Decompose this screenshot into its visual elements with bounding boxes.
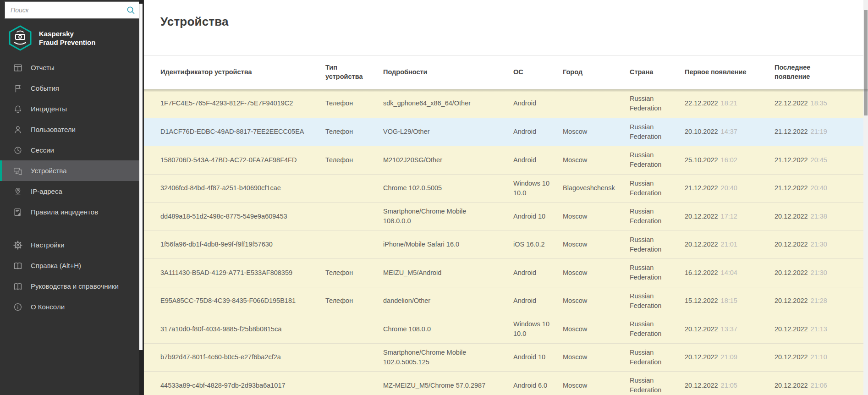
sidebar-item-incident-rules[interactable]: Правила инцидентов: [0, 202, 143, 222]
details-cell: MEIZU_M5/Android: [383, 268, 513, 278]
sidebar-item-reports[interactable]: Отчеты: [0, 57, 143, 78]
sessions-icon: [13, 145, 23, 155]
last-seen-cell: 21.12.202221:19: [775, 127, 864, 137]
details-cell: Smartphone/Chrome Mobile 108.0.0.0: [383, 207, 513, 226]
sidebar-item-events[interactable]: События: [0, 78, 143, 99]
city-cell: Moscow: [563, 127, 630, 137]
sidebar: Kaspersky Fraud Prevention Отчеты Событи…: [0, 0, 143, 395]
country-cell: Russian Federation: [630, 376, 685, 395]
about-icon: [13, 302, 23, 312]
device-id-cell: 3A111430-B5AD-4129-A771-E533AF808359: [160, 268, 325, 278]
table-row[interactable]: dd489a18-51d2-498c-8775-549e9a609453 Sma…: [144, 202, 864, 230]
sidebar-item-devices[interactable]: Устройства: [0, 160, 143, 181]
first-seen-cell: 25.10.202216:02: [685, 155, 775, 165]
app-window: Kaspersky Fraud Prevention Отчеты Событи…: [0, 0, 868, 395]
search-icon[interactable]: [126, 5, 136, 15]
city-cell: Moscow: [563, 240, 630, 249]
first-seen-cell: 20.12.202221:05: [685, 381, 775, 390]
device-id-cell: 1F7FC4E5-765F-4293-812F-75E7F94019C2: [160, 99, 325, 108]
sidebar-item-sessions[interactable]: Сессии: [0, 140, 143, 160]
sidebar-item-label: Справка (Alt+H): [31, 262, 81, 269]
sidebar-item-label: О Консоли: [31, 303, 65, 311]
sidebar-item-guides[interactable]: Руководства и справочники: [0, 276, 143, 296]
sidebar-scrollbar-track[interactable]: [139, 0, 143, 395]
os-cell: Android: [513, 155, 563, 165]
column-header: ОС: [513, 67, 563, 77]
sidebar-nav-main: Отчеты События Инциденты Пользователи Се…: [0, 57, 143, 222]
sidebar-item-about[interactable]: О Консоли: [0, 296, 143, 317]
table-header-row: Идентификатор устройстваТип устройстваПо…: [144, 55, 864, 88]
city-cell: Moscow: [563, 268, 630, 278]
content-scrollbar-track[interactable]: [863, 0, 868, 395]
table-row[interactable]: 1f56fa96-db1f-4db8-9e9f-f9ff19f57630 iPh…: [144, 230, 864, 259]
last-seen-cell: 20.12.202221:38: [775, 212, 864, 221]
last-seen-cell: 20.12.202221:28: [775, 296, 864, 306]
sidebar-item-label: IP-адреса: [31, 187, 62, 195]
country-cell: Russian Federation: [630, 207, 685, 226]
device-id-cell: 317a10d0-f80f-4034-9885-f25b8b0815ca: [160, 324, 325, 334]
column-header: Подробности: [383, 67, 513, 77]
device-id-cell: 32406fcd-84bd-4f87-a251-b40690cf1cae: [160, 183, 325, 193]
sidebar-item-label: Правила инцидентов: [31, 208, 98, 216]
title-band: Устройства: [144, 0, 868, 55]
content-scrollbar-thumb[interactable]: [864, 10, 868, 115]
table-row[interactable]: 1580706D-543A-47BD-AC72-0FA7AF98F4FD Тел…: [144, 146, 864, 174]
os-cell: Android 10: [513, 352, 563, 362]
city-cell: Blagoveshchensk: [563, 183, 630, 193]
table-row[interactable]: 1F7FC4E5-765F-4293-812F-75E7F94019C2 Тел…: [144, 89, 864, 118]
city-cell: Moscow: [563, 212, 630, 221]
table-row[interactable]: D1ACF76D-EDBC-49AD-8817-7EE2EECC05EA Тел…: [144, 118, 864, 146]
search-box: [5, 1, 140, 19]
devices-icon: [13, 166, 23, 176]
details-cell: Chrome 108.0.0: [383, 324, 513, 334]
column-header: Страна: [630, 67, 685, 77]
sidebar-scrollbar-thumb[interactable]: [139, 4, 143, 350]
os-cell: Android: [513, 268, 563, 278]
details-cell: Chrome 102.0.5005: [383, 183, 513, 193]
device-id-cell: 1580706D-543A-47BD-AC72-0FA7AF98F4FD: [160, 155, 325, 165]
last-seen-cell: 21.12.202220:45: [775, 155, 864, 165]
last-seen-cell: 20.12.202221:30: [775, 240, 864, 249]
sidebar-item-ip-addresses[interactable]: IP-адреса: [0, 181, 143, 202]
settings-icon: [13, 240, 23, 250]
first-seen-cell: 20.10.202214:37: [685, 127, 775, 137]
table-body: 1F7FC4E5-765F-4293-812F-75E7F94019C2 Тел…: [144, 89, 868, 395]
search-input[interactable]: [11, 6, 126, 14]
os-cell: Android: [513, 296, 563, 306]
first-seen-cell: 20.12.202217:12: [685, 212, 775, 221]
table-row[interactable]: b7b92d47-801f-4c60-b0c5-e27f6ba2cf2a Sma…: [144, 343, 864, 372]
table-row[interactable]: 3A111430-B5AD-4129-A771-E533AF808359 Тел…: [144, 258, 864, 287]
sidebar-item-settings[interactable]: Настройки: [0, 235, 143, 255]
brand-line1: Kaspersky: [39, 29, 95, 38]
os-cell: Android 6.0: [513, 381, 563, 390]
device-id-cell: b7b92d47-801f-4c60-b0c5-e27f6ba2cf2a: [160, 352, 325, 362]
brand-line2: Fraud Prevention: [39, 38, 95, 47]
users-icon: [13, 125, 23, 135]
sidebar-item-label: События: [31, 84, 59, 92]
table-row[interactable]: 32406fcd-84bd-4f87-a251-b40690cf1cae Chr…: [144, 174, 864, 203]
sidebar-item-label: Пользователи: [31, 126, 76, 133]
country-cell: Russian Federation: [630, 122, 685, 142]
os-cell: Android: [513, 99, 563, 108]
device-id-cell: 1f56fa96-db1f-4db8-9e9f-f9ff19f57630: [160, 240, 325, 249]
city-cell: Moscow: [563, 352, 630, 362]
table-row[interactable]: E95A85CC-75D8-4C39-8435-F066D195B181 Тел…: [144, 287, 864, 315]
first-seen-cell: 20.12.202213:37: [685, 324, 775, 334]
sidebar-item-help[interactable]: Справка (Alt+H): [0, 255, 143, 276]
table-row[interactable]: 317a10d0-f80f-4034-9885-f25b8b0815ca Chr…: [144, 315, 864, 343]
column-header: Город: [563, 67, 630, 77]
device-type-cell: Телефон: [325, 296, 383, 306]
brand-name: Kaspersky Fraud Prevention: [39, 29, 95, 47]
table-row[interactable]: 44533a89-c4bf-4828-97db-2d93ba6a1017 MZ-…: [144, 371, 864, 395]
details-cell: iPhone/Mobile Safari 16.0: [383, 240, 513, 249]
device-id-cell: D1ACF76D-EDBC-49AD-8817-7EE2EECC05EA: [160, 127, 325, 137]
country-cell: Russian Federation: [630, 348, 685, 367]
ip-addresses-icon: [13, 187, 23, 197]
city-cell: Moscow: [563, 296, 630, 306]
details-cell: Smartphone/Chrome Mobile 102.0.5005.125: [383, 348, 513, 367]
sidebar-item-label: Руководства и справочники: [31, 282, 119, 290]
sidebar-item-incidents[interactable]: Инциденты: [0, 99, 143, 119]
device-type-cell: Телефон: [325, 155, 383, 165]
sidebar-item-users[interactable]: Пользователи: [0, 119, 143, 140]
device-id-cell: E95A85CC-75D8-4C39-8435-F066D195B181: [160, 296, 325, 306]
